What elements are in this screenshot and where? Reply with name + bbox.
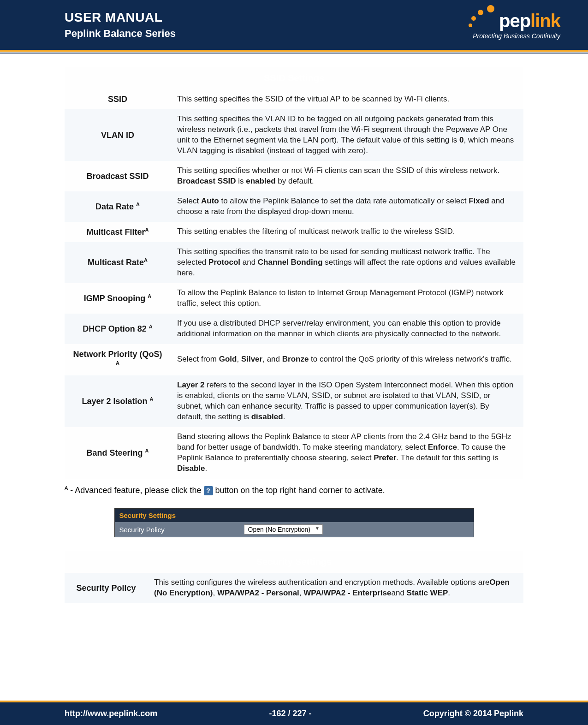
advanced-footnote: A - Advanced feature, please click the ?… bbox=[65, 485, 523, 495]
setting-label: Network Priority (QoS) A bbox=[65, 344, 171, 376]
logo-dots-icon bbox=[469, 5, 501, 30]
security-policy-desc: This setting configures the wireless aut… bbox=[148, 573, 523, 603]
setting-description: This setting enables the filtering of mu… bbox=[171, 222, 523, 242]
setting-description: To allow the Peplink Balance to listen t… bbox=[171, 283, 523, 314]
setting-label: Multicast RateA bbox=[65, 242, 171, 283]
setting-description: This setting specifies the transmit rate… bbox=[171, 242, 523, 283]
ssid-settings-table: SSID Settings SSIDThis setting specifies… bbox=[65, 67, 523, 479]
footer-url: http://www.peplink.com bbox=[65, 709, 157, 719]
page-header: USER MANUAL Peplink Balance Series pepli… bbox=[0, 0, 588, 50]
security-policy-label: Security Policy bbox=[65, 573, 148, 603]
setting-description: Layer 2 refers to the second layer in th… bbox=[171, 375, 523, 427]
setting-label: DHCP Option 82 A bbox=[65, 314, 171, 344]
security-table-header: Security Settings bbox=[65, 551, 523, 573]
gold-divider bbox=[0, 50, 588, 52]
setting-description: Select Auto to allow the Peplink Balance… bbox=[171, 191, 523, 222]
screenshot-policy-label: Security Policy bbox=[119, 526, 244, 534]
setting-label: VLAN ID bbox=[65, 109, 171, 161]
setting-description: This setting specifies whether or not Wi… bbox=[171, 161, 523, 191]
screenshot-header: Security Settings bbox=[115, 509, 474, 522]
setting-description: This setting specifies the VLAN ID to be… bbox=[171, 109, 523, 161]
ssid-table-header: SSID Settings bbox=[65, 67, 523, 89]
manual-subtitle: Peplink Balance Series bbox=[65, 28, 176, 40]
footer-page: -162 / 227 - bbox=[269, 709, 311, 719]
setting-description: Band steering allows the Peplink Balance… bbox=[171, 427, 523, 479]
footer-copyright: Copyright © 2014 Peplink bbox=[423, 709, 523, 719]
setting-label: Band Steering A bbox=[65, 427, 171, 479]
page-footer: http://www.peplink.com -162 / 227 - Copy… bbox=[0, 702, 588, 725]
logo-text: peplink bbox=[499, 11, 560, 31]
brand-tagline: Protecting Business Continuity bbox=[473, 32, 560, 40]
help-question-icon: ? bbox=[204, 486, 213, 495]
setting-description: If you use a distributed DHCP server/rel… bbox=[171, 314, 523, 344]
security-settings-screenshot: Security Settings Security Policy Open (… bbox=[114, 508, 474, 537]
security-settings-table: Security Settings Security Policy This s… bbox=[65, 551, 523, 603]
setting-label: SSID bbox=[65, 89, 171, 109]
brand-logo: peplink Protecting Business Continuity bbox=[469, 11, 560, 40]
header-text-block: USER MANUAL Peplink Balance Series bbox=[65, 10, 176, 40]
setting-label: Multicast FilterA bbox=[65, 222, 171, 242]
manual-title: USER MANUAL bbox=[65, 10, 176, 25]
setting-label: IGMP Snooping A bbox=[65, 283, 171, 314]
setting-description: Select from Gold, Silver, and Bronze to … bbox=[171, 344, 523, 376]
setting-label: Broadcast SSID bbox=[65, 161, 171, 191]
security-policy-dropdown[interactable]: Open (No Encryption) bbox=[244, 524, 323, 535]
setting-label: Layer 2 Isolation A bbox=[65, 375, 171, 427]
setting-description: This setting specifies the SSID of the v… bbox=[171, 89, 523, 109]
setting-label: Data Rate A bbox=[65, 191, 171, 222]
page-footer-wrap: http://www.peplink.com -162 / 227 - Copy… bbox=[0, 701, 588, 725]
